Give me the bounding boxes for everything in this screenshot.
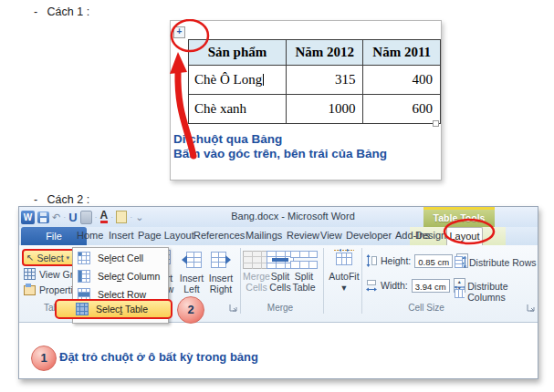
menu-item-select-table[interactable]: Select Table [55,299,172,319]
button-label: Right [210,284,233,294]
distribute-rows-button[interactable]: Distribute Rows [455,256,537,268]
select-cell-icon [78,252,90,264]
button-label: Insert [209,273,233,284]
word-logo-icon: W [21,211,35,224]
quick-access-toolbar: W ↶ · U · A · · ⌄ [21,209,144,225]
button-label: Split [271,271,289,282]
menu-item-label: Select Table [96,304,148,315]
table-resize-handle[interactable] [433,120,439,127]
button-label: Table [292,282,315,293]
distribute-rows-icon [455,256,466,268]
row-height-field: Height: 0.85 cm ▴▾ [366,253,468,268]
dialog-launcher-icon[interactable] [229,304,237,312]
dropdown-icon[interactable]: · [130,212,132,222]
text-cursor [263,74,264,86]
word-window: W ↶ · U · A · · ⌄ Bang.docx - Microsoft … [18,206,538,379]
tab-mailings[interactable]: Mailings [246,230,282,241]
column-width-field: Width: 3.94 cm ▴▾ [366,278,465,293]
dialog-launcher-icon[interactable] [527,304,535,312]
column-width-icon [366,279,377,292]
distribute-columns-icon [455,286,465,298]
properties-icon [24,284,36,295]
width-input[interactable]: 3.94 cm [412,279,450,293]
split-table-button[interactable]: SplitTable [289,251,319,293]
table-row: Chè xanh 1000 600 [189,95,441,124]
customize-qat-icon[interactable]: ⌄ [135,211,143,223]
method2-label: - Cách 2 : [34,193,89,206]
button-label: AutoFit [329,271,359,282]
dropdown-icon[interactable]: · [63,212,66,222]
table-header-cell: Năm 2011 [363,40,441,66]
table-cell: 1000 [287,95,363,124]
cell-size-group-label: Cell Size [384,303,468,313]
tab-view[interactable]: View [320,230,342,241]
menu-item-label: Select Column [98,271,160,282]
ribbon-tab-row: File Home Insert Page Layout References … [19,227,538,245]
view-gridlines-icon [24,268,36,280]
button-label: Cells [269,282,290,293]
table-header-cell: Sản phẩm [189,40,287,66]
tab-design[interactable]: Design [415,230,446,241]
split-table-icon [290,251,318,269]
redo-icon[interactable]: U [68,211,77,224]
table-header-cell: Năm 2012 [287,40,363,66]
insert-right-icon [210,249,232,271]
dropdown-icon[interactable]: · [95,212,98,222]
row-height-icon [366,254,377,267]
tab-review[interactable]: Review [287,230,319,241]
insert-left-button[interactable]: InsertLeft [175,249,208,294]
cell-text: Chè Ô Long [194,72,262,87]
tab-references[interactable]: References [193,230,245,241]
table-tools-header: Table Tools [423,207,495,227]
table-move-handle-icon[interactable]: + [173,26,185,38]
group-divider [240,248,241,314]
insert-right-button[interactable]: InsertRight [204,249,237,294]
undo-icon[interactable]: ↶ [52,211,60,223]
window-title: Bang.docx - Microsoft Word [183,211,402,222]
tab-home[interactable]: Home [77,230,103,241]
chevron-down-icon: ▾ [67,254,70,262]
distribute-rows-label: Distribute Rows [469,257,537,268]
font-color-icon[interactable]: A [100,211,109,223]
table-cell: 400 [363,66,441,95]
width-label: Width: [381,280,408,291]
distribute-columns-label: Distribute Columns [467,281,538,303]
table-cell: Chè xanh [189,95,287,124]
button-label: Cells [246,282,267,293]
tab-page-layout[interactable]: Page Layout [138,230,194,241]
method1-caption-line1: Di chuột qua Bảng [173,132,438,147]
height-input[interactable]: 0.85 cm [414,254,453,268]
tab-developer[interactable]: Developer [346,230,392,241]
paste-special-icon[interactable] [116,211,127,223]
word-table[interactable]: Sản phẩm Năm 2012 Năm 2011 Chè Ô Long 31… [188,39,441,124]
group-divider [323,248,324,314]
step-2-badge: 2 [177,296,204,324]
group-divider [361,248,362,314]
paste-icon[interactable] [80,211,92,224]
distribute-columns-button[interactable]: Distribute Columns [455,281,538,303]
tab-layout[interactable]: Layout [446,227,483,245]
autofit-button[interactable]: AutoFit▾ [329,249,360,293]
save-icon[interactable] [37,211,49,223]
table-cell: 600 [363,95,441,124]
merge-group-label: Merge [242,303,319,313]
chevron-down-icon: ▾ [341,282,346,293]
table-cell: Chè Ô Long [189,66,287,95]
select-cursor-icon: ↖ [26,253,34,263]
step-1-badge: 1 [31,346,57,371]
height-label: Height: [381,255,411,266]
menu-item-select-column[interactable]: Select Column [73,267,168,285]
table-cell: 315 [287,66,363,95]
method2-caption: Đặt trỏ chuột ở ô bất kỳ trong bảng [59,350,258,364]
tab-insert[interactable]: Insert [109,230,134,241]
menu-item-label: Select Cell [98,253,143,263]
button-label: Left [183,284,200,294]
menu-item-select-cell[interactable]: Select Cell [73,249,168,267]
titlebar: W ↶ · U · A · · ⌄ Bang.docx - Microsoft … [19,207,538,228]
method1-caption-line2: Bấm vào góc trên, bên trái của Bảng [173,147,438,161]
dropdown-icon[interactable]: · [110,212,113,222]
method1-label: - Cách 1 : [34,5,89,18]
select-column-icon [78,270,90,283]
button-label: Split [295,271,313,282]
select-button-label: Select [37,253,63,263]
